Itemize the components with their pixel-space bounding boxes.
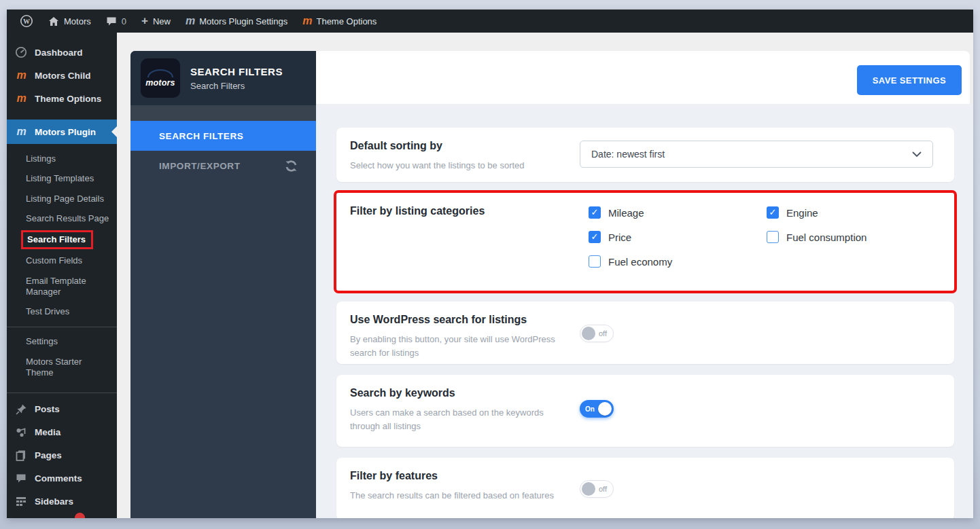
save-settings-button[interactable]: SAVE SETTINGS (857, 65, 962, 95)
setting-title: Use WordPress search for listings (350, 314, 941, 326)
default-sorting-select[interactable]: Date: newest first (580, 141, 933, 168)
theme-options-menu[interactable]: m Theme Options (295, 10, 384, 33)
toggle-knob (598, 402, 612, 416)
tab-import-export[interactable]: IMPORT/EXPORT (130, 151, 316, 181)
dashboard-icon (14, 46, 28, 58)
sidebar-item-label: Motors Child (35, 71, 91, 81)
sidebar-item-media[interactable]: Media (7, 420, 117, 443)
submenu-divider (7, 327, 117, 327)
motors-m-icon: m (14, 126, 28, 137)
sidebar-item-listing-templates[interactable]: Listing Templates (7, 169, 117, 189)
panel-header: motors SEARCH FILTERS Search Filters (130, 51, 316, 105)
panel-subtitle: Search Filters (190, 81, 283, 91)
select-value: Date: newest first (591, 149, 665, 160)
site-menu[interactable]: Motors (41, 10, 99, 33)
sidebar-item-theme-options[interactable]: m Theme Options (7, 87, 117, 110)
new-label: New (153, 16, 171, 26)
search-by-keywords-toggle[interactable]: On (580, 400, 614, 418)
toggle-knob (582, 482, 595, 496)
setting-description: By enabling this button, your site will … (350, 333, 567, 360)
sidebar-item-label: Media (35, 427, 60, 437)
checkbox-label: Price (608, 232, 631, 243)
sidebar-item-label: Sidebars (35, 496, 73, 507)
sidebar-item-motors-child[interactable]: m Motors Child (7, 64, 117, 87)
wordpress-logo-icon: W (20, 14, 33, 28)
theme-options-label: Theme Options (316, 16, 377, 26)
search-filters-panel-sidebar: motors SEARCH FILTERS Search Filters SEA… (130, 51, 316, 518)
setting-description: The search results can be filtered based… (350, 489, 567, 503)
checkbox-label: Engine (786, 207, 818, 219)
comments-menu[interactable]: 0 (99, 10, 134, 33)
panel-header-band (130, 105, 316, 121)
sidebar-item-label: Dashboard (35, 48, 83, 58)
motors-plugin-submenu: Listings Listing Templates Listing Page … (7, 144, 117, 386)
fuel-consumption-checkbox[interactable] (767, 231, 779, 243)
motors-m-icon: m (14, 70, 28, 81)
sidebar-item-listings[interactable]: Listings (7, 149, 117, 169)
sidebar-item-label: Posts (35, 404, 60, 414)
sidebar-item-dashboard[interactable]: Dashboard (7, 41, 117, 64)
plugin-settings-label: Motors Plugin Settings (199, 16, 287, 26)
sidebar-item-custom-fields[interactable]: Custom Fields (7, 251, 117, 271)
price-checkbox[interactable] (589, 231, 601, 243)
sidebar-item-test-drives[interactable]: Test Drives (7, 302, 117, 322)
engine-checkbox[interactable] (767, 206, 779, 219)
home-icon (48, 16, 59, 26)
wordpress-search-toggle[interactable]: off (580, 325, 614, 342)
sidebar-item-motors-starter-theme[interactable]: Motors Starter Theme (7, 352, 117, 384)
motors-logo: motors (141, 58, 180, 98)
card-filter-by-listing-categories: Filter by listing categories Mileage Pri… (336, 193, 954, 291)
update-count-badge (75, 513, 85, 518)
tab-search-filters[interactable]: SEARCH FILTERS (130, 121, 316, 151)
comment-icon (14, 473, 28, 484)
checkbox-row-mileage[interactable]: Mileage (589, 205, 767, 220)
toggle-state-label: off (599, 485, 607, 493)
sidebar-item-label: Motors Plugin (35, 127, 96, 137)
svg-text:W: W (23, 18, 30, 25)
grid-icon (14, 496, 28, 506)
checkbox-label: Fuel consumption (786, 232, 867, 243)
sidebar-item-posts[interactable]: Posts (7, 397, 117, 420)
sidebar-item-label: Comments (35, 473, 82, 484)
motors-m-icon: m (14, 93, 28, 104)
sidebar-item-comments[interactable]: Comments (7, 467, 117, 490)
card-default-sorting: Default sorting by Select how you want t… (336, 128, 954, 182)
sidebar-item-email-template-manager[interactable]: Email Template Manager (7, 272, 117, 303)
plus-icon: + (141, 15, 148, 26)
sidebar-item-search-filters[interactable]: Search Filters (7, 229, 117, 251)
sidebar-item-sidebars[interactable]: Sidebars (7, 490, 117, 513)
mileage-checkbox[interactable] (589, 206, 601, 219)
site-name: Motors (64, 16, 91, 26)
panel-title: SEARCH FILTERS (190, 66, 283, 77)
motors-plugin-settings-menu[interactable]: m Motors Plugin Settings (178, 10, 295, 33)
sidebar-item-search-results-page[interactable]: Search Results Page (7, 209, 117, 229)
chevron-down-icon (912, 151, 922, 158)
fuel-economy-checkbox[interactable] (589, 255, 601, 268)
checkbox-row-engine[interactable]: Engine (767, 205, 945, 220)
wordpress-admin-window: W Motors 0 + New m Motors Plugin Setting… (7, 10, 973, 518)
checkbox-label: Mileage (608, 207, 644, 219)
sidebar-item-motors-plugin[interactable]: m Motors Plugin (7, 120, 117, 144)
search-filters-highlight-box: Search Filters (21, 230, 93, 249)
toggle-knob (582, 327, 595, 340)
checkbox-row-price[interactable]: Price (589, 230, 767, 244)
checkbox-row-fuel-economy[interactable]: Fuel economy (589, 254, 767, 269)
sidebar-item-megamenu[interactable]: MegaMenu (7, 513, 117, 518)
car-silhouette-icon (147, 69, 173, 77)
card-wordpress-search: Use WordPress search for listings By ena… (336, 302, 954, 364)
card-filter-by-features: Filter by features The search results ca… (336, 458, 954, 518)
motors-m-icon: m (302, 16, 311, 26)
filter-by-features-toggle[interactable]: off (580, 480, 614, 498)
new-menu[interactable]: + New (134, 10, 178, 33)
checkbox-label: Fuel economy (608, 256, 672, 268)
motors-logo-text: motors (145, 78, 175, 88)
toggle-state-label: off (599, 329, 607, 338)
wordpress-logo-menu[interactable]: W (12, 10, 41, 33)
checkbox-row-fuel-consumption[interactable]: Fuel consumption (767, 230, 945, 244)
sidebar-item-pages[interactable]: Pages (7, 443, 117, 467)
sync-icon (284, 159, 298, 173)
settings-header: SAVE SETTINGS (316, 51, 970, 104)
sidebar-group-divider (7, 393, 117, 393)
sidebar-item-settings[interactable]: Settings (7, 332, 117, 352)
sidebar-item-listing-page-details[interactable]: Listing Page Details (7, 189, 117, 209)
